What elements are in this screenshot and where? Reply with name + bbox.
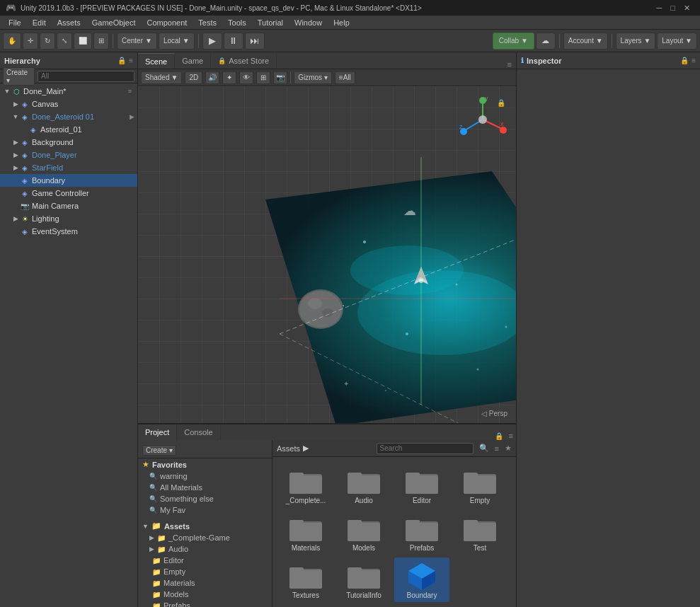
shading-dropdown[interactable]: Shaded▼ [141,71,182,84]
play-btn[interactable]: ▶ [202,33,222,50]
asset-store-tab[interactable]: 🔒 Asset Store [211,53,277,69]
pause-btn[interactable]: ⏸ [224,33,243,50]
folder-audio[interactable]: Audio [336,463,391,507]
visibility-btn[interactable]: 👁 [239,71,253,84]
project-create-btn[interactable]: Create ▾ [142,445,176,456]
assets-tree-header[interactable]: ▼ 📁 Assets [138,520,272,532]
collab-btn[interactable]: Collab ▼ [493,33,534,50]
scene-panel-menu-icon[interactable]: ≡ [503,60,516,69]
inspector-lock-icon[interactable]: 🔒 [680,57,689,64]
effects-btn[interactable]: ✦ [222,71,236,84]
favorites-all-materials[interactable]: 🔍 All Materials [138,482,272,493]
folder-tutorialinfo[interactable]: TutorialInfo [336,557,391,602]
project-tab[interactable]: Project [138,424,177,440]
assets-item-audio[interactable]: ▶ 📁 Audio [138,543,272,555]
maximize-btn[interactable]: □ [666,4,679,12]
prefab-arrow-icon[interactable]: ▶ [130,113,134,120]
hierarchy-search-input[interactable] [38,71,134,82]
menu-help[interactable]: Help [328,17,355,28]
bottom-panel-lock-icon[interactable]: 🔒 [492,432,506,440]
grid-btn[interactable]: ⊞ [256,71,270,84]
hierarchy-item-lighting[interactable]: ▶ ☀ Lighting [0,212,137,225]
scene-viewport[interactable]: y x z 🔒 ◁ Persp ☁ [138,86,516,423]
scene-view-btn[interactable]: 📷 [273,71,287,84]
hierarchy-item-main-camera[interactable]: 📷 Main Camera [0,200,137,212]
menu-window[interactable]: Window [289,17,328,28]
folder-boundary-asset[interactable]: Boundary [394,557,449,602]
hand-tool-btn[interactable]: ✋ [3,33,21,50]
hierarchy-item-boundary[interactable]: ◈ Boundary [0,174,137,187]
hierarchy-item-done-asteroid[interactable]: ▼ ◈ Done_Asteroid 01 ▶ [0,110,137,123]
game-tab[interactable]: Game [175,53,211,69]
star-filter-icon[interactable]: ★ [505,444,512,453]
favorites-something-else[interactable]: 🔍 Something else [138,493,272,504]
menu-tutorial[interactable]: Tutorial [252,17,289,28]
minimize-btn[interactable]: ─ [653,4,667,12]
folder-models[interactable]: Models [336,510,391,555]
hierarchy-menu-icon[interactable]: ≡ [129,57,133,64]
menu-component[interactable]: Component [141,17,193,28]
search-icon: 🔍 [149,507,157,514]
menu-edit[interactable]: Edit [27,17,52,28]
folder-materials[interactable]: Materials [278,510,333,555]
scene-tab[interactable]: Scene [138,53,175,69]
hierarchy-item-done-player[interactable]: ▶ ◈ Done_Player [0,149,137,161]
layout-dropdown[interactable]: Layout ▼ [657,33,697,50]
scale-tool-btn[interactable]: ⤡ [57,33,72,50]
folder-editor[interactable]: Editor [394,463,449,507]
menu-file[interactable]: File [3,17,27,28]
hierarchy-item-background[interactable]: ▶ ◈ Background [0,136,137,149]
folder-prefabs[interactable]: Prefabs [394,510,449,555]
options-icon[interactable]: ≡ [128,88,134,95]
local-dropdown[interactable]: Local ▼ [159,33,195,50]
svg-rect-53 [406,523,438,541]
asset-search-input[interactable] [377,443,474,454]
transform-tool-btn[interactable]: ⊞ [93,33,109,50]
folder-test[interactable]: Test [452,510,507,555]
hierarchy-item-starfield[interactable]: ▶ ◈ StarField [0,161,137,174]
all-layers-dropdown[interactable]: ≡All [335,71,355,84]
close-btn[interactable]: ✕ [679,4,694,13]
step-btn[interactable]: ⏭ [245,33,265,50]
console-tab[interactable]: Console [177,424,220,440]
audio-btn[interactable]: 🔊 [205,71,219,84]
assets-item-prefabs[interactable]: 📁 Prefabs [138,600,272,607]
favorites-my-fav[interactable]: 🔍 My Fav [138,504,272,516]
search-icon[interactable]: 🔍 [479,444,489,453]
rotate-tool-btn[interactable]: ↻ [40,33,55,50]
folder-empty[interactable]: Empty [452,463,507,507]
folder-complete-game[interactable]: _Complete... [278,463,333,507]
hierarchy-lock-icon[interactable]: 🔒 [117,57,126,64]
favorites-header[interactable]: ★ Favorites [138,458,272,470]
cube-icon-img [404,560,440,590]
hierarchy-item-eventsystem[interactable]: ◈ EventSystem [0,225,137,238]
cloud-btn[interactable]: ☁ [536,33,556,50]
hierarchy-item-asteroid01[interactable]: ◈ Asteroid_01 [0,123,137,136]
hierarchy-create-btn[interactable]: Create ▾ [3,67,35,86]
menu-gameobject[interactable]: GameObject [86,17,142,28]
bottom-panel-menu-icon[interactable]: ≡ [506,432,516,440]
move-tool-btn[interactable]: ✛ [23,33,38,50]
center-dropdown[interactable]: Center ▼ [117,33,157,50]
hierarchy-item-game-controller[interactable]: ◈ Game Controller [0,187,137,200]
assets-item-models[interactable]: 📁 Models [138,589,272,600]
menu-tools[interactable]: Tools [222,17,252,28]
account-dropdown[interactable]: Account ▼ [563,33,608,50]
menu-assets[interactable]: Assets [52,17,86,28]
gizmos-dropdown[interactable]: Gizmos ▾ [294,71,332,84]
folder-textures[interactable]: Textures [278,557,333,602]
filter-icon[interactable]: ≡ [495,444,499,453]
layers-dropdown[interactable]: Layers ▼ [616,33,656,50]
assets-item-materials[interactable]: 📁 Materials [138,577,272,589]
inspector-menu-icon[interactable]: ≡ [692,57,696,64]
hierarchy-item-done-main[interactable]: ▼ ⬡ Done_Main* ≡ [0,85,137,98]
svg-point-6 [505,326,507,328]
menu-tests[interactable]: Tests [193,17,222,28]
assets-item-editor[interactable]: 📁 Editor [138,555,272,566]
assets-item-complete-game[interactable]: ▶ 📁 _Complete-Game [138,532,272,543]
assets-item-empty[interactable]: 📁 Empty [138,566,272,577]
hierarchy-item-canvas[interactable]: ▶ ◈ Canvas [0,98,137,110]
favorites-warning[interactable]: 🔍 warning [138,470,272,482]
rect-tool-btn[interactable]: ⬜ [74,33,92,50]
2d-btn[interactable]: 2D [185,71,202,84]
